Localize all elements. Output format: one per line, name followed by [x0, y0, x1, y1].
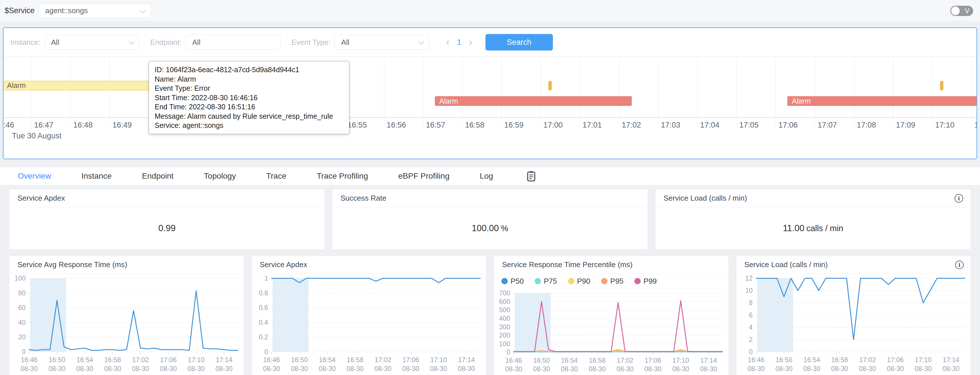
legend-item-p95[interactable]: P95: [601, 277, 624, 286]
svg-text:0.2: 0.2: [259, 333, 268, 341]
card-header: Service Load (calls / min) i: [737, 256, 971, 274]
tooltip-start-time-line: Start Time: 2022-08-30 16:46:16: [155, 93, 344, 103]
legend-label: P50: [511, 277, 524, 286]
card-body: 11.00 calls / min: [655, 207, 970, 249]
svg-text:08-30: 08-30: [533, 365, 550, 373]
tab-ebpf-profiling[interactable]: eBPF Profiling: [398, 171, 449, 180]
timeline-subgrid: [658, 118, 659, 131]
event-marker[interactable]: [940, 81, 943, 90]
svg-text:08-30: 08-30: [160, 365, 177, 372]
svg-text:08-30: 08-30: [775, 365, 792, 372]
svg-text:10: 10: [745, 287, 752, 294]
svg-text:0: 0: [507, 348, 510, 356]
prev-page-icon[interactable]: ‹: [441, 36, 454, 48]
svg-text:17:10: 17:10: [915, 356, 931, 364]
timeline-tick-label: 16:59: [504, 121, 524, 130]
svg-text:12: 12: [745, 275, 752, 282]
card-header: Service Avg Response Time (ms): [10, 256, 244, 274]
svg-text:16:50: 16:50: [533, 357, 550, 364]
legend-item-p75[interactable]: P75: [535, 277, 557, 286]
svg-text:08-30: 08-30: [589, 365, 606, 373]
timeline-subgrid: [462, 118, 463, 131]
clipboard-icon[interactable]: [526, 170, 536, 182]
next-page-icon[interactable]: ›: [464, 36, 477, 48]
card-title: Service Apdex: [18, 194, 65, 203]
stat-cards-row: Service Apdex 0.99 Success Rate 100.00 %…: [9, 189, 971, 249]
timeline-gridline: [462, 58, 463, 117]
legend-item-p50[interactable]: P50: [501, 277, 524, 286]
svg-text:0.6: 0.6: [259, 304, 268, 311]
alarm-event-bar[interactable]: Alarm: [435, 96, 632, 106]
timeline-gridline: [384, 58, 384, 117]
instance-select[interactable]: All: [45, 35, 140, 50]
service-select[interactable]: agent::songs: [38, 4, 151, 18]
event-marker[interactable]: [548, 81, 552, 90]
svg-text:4: 4: [749, 324, 752, 331]
tab-instance[interactable]: Instance: [81, 171, 112, 180]
line-chart: 02040608010016:4608-3016:5008-3016:5408-…: [10, 274, 244, 375]
card-header: Service Load (calls / min) i: [655, 189, 970, 207]
tab-topology[interactable]: Topology: [204, 171, 236, 180]
tab-endpoint[interactable]: Endpoint: [142, 171, 174, 180]
service-selector-label: $Service: [5, 6, 35, 15]
tab-trace[interactable]: Trace: [266, 171, 286, 180]
line-chart: 02468101216:4608-3016:5008-3016:5408-301…: [737, 274, 971, 375]
success-rate-card: Success Rate 100.00 %: [332, 189, 648, 249]
line-chart: 00.20.40.60.8116:4608-3016:5008-3016:540…: [252, 274, 486, 375]
version-toggle[interactable]: V: [950, 6, 973, 16]
stat-value: 0.99: [158, 223, 175, 233]
timeline-tick-label: 16:55: [348, 121, 367, 130]
legend-item-p90[interactable]: P90: [568, 277, 590, 286]
timeline-tick-label: 17:09: [896, 121, 915, 130]
legend-label: P99: [644, 277, 657, 286]
svg-text:17:02: 17:02: [132, 356, 149, 364]
svg-text:17:06: 17:06: [887, 356, 904, 364]
timeline-gridline: [541, 58, 541, 117]
timeline-tick-label: 17:08: [857, 121, 876, 130]
svg-text:08-30: 08-30: [263, 365, 280, 372]
svg-text:6: 6: [749, 311, 752, 319]
info-icon[interactable]: i: [955, 261, 964, 269]
event-type-select-value: All: [341, 38, 349, 47]
tab-overview[interactable]: Overview: [18, 171, 51, 180]
timeline-subgrid: [541, 118, 541, 131]
svg-text:16:58: 16:58: [347, 356, 363, 364]
events-panel: Instance: All Endpoint: All Event Type: …: [3, 27, 977, 159]
legend-label: P95: [610, 277, 624, 286]
toggle-knob-icon: [951, 6, 960, 15]
timeline-gridline: [619, 58, 619, 117]
instance-filter-label: Instance:: [10, 38, 41, 47]
tab-log[interactable]: Log: [480, 171, 493, 180]
svg-text:16:58: 16:58: [104, 356, 121, 364]
svg-text:500: 500: [499, 306, 510, 314]
svg-text:08-30: 08-30: [458, 365, 475, 372]
endpoint-filter-label: Endpoint:: [150, 38, 182, 47]
svg-text:08-30: 08-30: [617, 365, 634, 373]
timeline-tick-label: 17:02: [622, 121, 641, 130]
card-header: Success Rate: [332, 189, 648, 207]
svg-text:17:06: 17:06: [402, 356, 419, 364]
endpoint-input[interactable]: All: [186, 35, 280, 50]
card-title: Service Apdex: [260, 260, 307, 269]
timeline-subgrid: [70, 118, 71, 131]
legend-label: P75: [544, 277, 557, 286]
legend-item-p99[interactable]: P99: [634, 277, 657, 286]
info-icon[interactable]: i: [955, 194, 963, 203]
card-title: Service Response Time Percentile (ms): [502, 260, 633, 269]
timeline-subgrid: [423, 118, 423, 131]
svg-text:200: 200: [499, 332, 510, 339]
alarm-event-bar[interactable]: Alarm: [788, 96, 977, 106]
svg-text:17:06: 17:06: [160, 356, 177, 364]
svg-text:16:58: 16:58: [831, 356, 848, 364]
tab-trace-profiling[interactable]: Trace Profiling: [317, 171, 368, 180]
pagination: ‹ 1 ›: [441, 36, 477, 48]
event-type-select[interactable]: All: [334, 35, 430, 50]
search-button[interactable]: Search: [485, 34, 553, 51]
timeline-subgrid: [737, 118, 737, 131]
timeline-subgrid: [697, 118, 698, 131]
page-number: 1: [454, 38, 464, 47]
line-chart: 010020030040050060070016:4608-3016:5008-…: [494, 288, 729, 375]
timeline-subgrid: [619, 118, 619, 131]
svg-text:08-30: 08-30: [700, 365, 717, 373]
card-header: Service Apdex: [252, 256, 486, 274]
